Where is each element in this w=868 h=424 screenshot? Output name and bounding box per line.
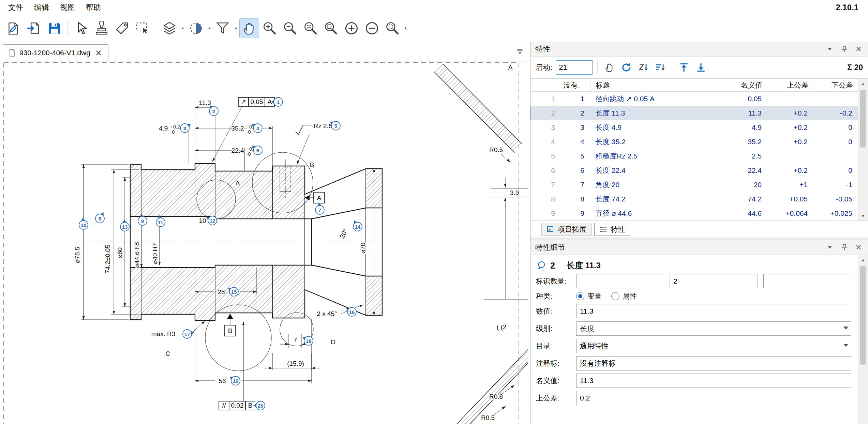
pin-icon[interactable] [840, 45, 849, 54]
svg-text:15: 15 [231, 289, 237, 295]
sort-order-icon[interactable] [654, 61, 667, 74]
characteristic-row[interactable]: 11径向跳动 ↗ 0.05 A0.05 [530, 92, 858, 106]
tag-icon[interactable] [112, 18, 132, 38]
scrollbar-thumb[interactable] [860, 90, 866, 148]
overflow-chevron-icon[interactable] [403, 18, 408, 38]
row-nominal: 20 [717, 181, 768, 189]
radio-variable[interactable]: 变量 [576, 291, 602, 301]
scroll-up-icon[interactable]: ▲ [858, 255, 868, 264]
value-input[interactable] [576, 304, 851, 318]
characteristic-row[interactable]: 33长度 4.94.9+0.20 [530, 120, 858, 135]
row-lower-tol: -0.05 [814, 195, 858, 203]
balloon-10[interactable]: 10 [79, 218, 88, 229]
tab-characteristics[interactable]: 特性 [594, 223, 630, 236]
header-no[interactable]: 没有。 [560, 79, 590, 91]
hand-tool-icon[interactable] [602, 61, 616, 74]
balloon-16[interactable]: 16 [346, 307, 356, 316]
start-number-input[interactable] [556, 60, 593, 75]
balloon-12[interactable]: 12 [206, 216, 217, 225]
characteristic-row[interactable]: 99直径 ⌀ 44.644.6+0.064+0.025 [530, 206, 858, 221]
document-tab[interactable]: 930-1200-406-V1.dwg [3, 44, 108, 61]
close-icon[interactable] [854, 243, 863, 252]
balloon-13[interactable]: 13 [120, 219, 129, 231]
balloon-2[interactable]: 2 [209, 105, 218, 116]
upper-tol-input[interactable] [576, 391, 851, 405]
filter-icon[interactable] [213, 18, 233, 38]
close-icon[interactable] [854, 45, 863, 54]
marquee-select-icon[interactable] [133, 18, 152, 38]
balloon-8[interactable]: 8 [95, 212, 104, 223]
characteristic-row[interactable]: 55粗糙度Rz 2.52.5 [530, 149, 858, 163]
tab-project-extension[interactable]: 项目拓展 [541, 223, 592, 236]
decrease-icon[interactable] [362, 18, 382, 38]
sort-z-icon[interactable] [637, 61, 650, 74]
header-nominal[interactable]: 名义值 [717, 79, 768, 91]
move-top-icon[interactable] [677, 61, 691, 74]
radio-button[interactable] [576, 292, 584, 300]
class-select[interactable]: 长度 [576, 321, 851, 336]
characteristic-row[interactable]: 44长度 35.235.2+0.20 [530, 135, 858, 149]
display-mode-dropdown-icon[interactable] [207, 18, 212, 38]
display-mode-icon[interactable] [186, 18, 206, 38]
dimension-label: 56 [219, 377, 226, 384]
id-count-input-2[interactable] [670, 274, 758, 288]
panel-menu-caret-icon[interactable] [825, 45, 834, 54]
filter-dropdown-icon[interactable] [233, 18, 239, 38]
pan-hand-icon[interactable] [239, 18, 259, 38]
balloon-6[interactable]: 6 [252, 146, 262, 155]
menu-file[interactable]: 文件 [3, 1, 29, 14]
note-input[interactable] [576, 356, 851, 370]
catalog-select[interactable]: 通用特性 [576, 339, 851, 353]
balloon-7[interactable]: 7 [315, 203, 324, 214]
panel-menu-caret-icon[interactable] [825, 243, 834, 252]
increase-icon[interactable] [342, 18, 361, 38]
window-list-icon[interactable] [515, 46, 525, 56]
stamp-icon[interactable] [92, 18, 111, 38]
balloon-19[interactable]: 19 [230, 376, 240, 385]
zoom-in-icon[interactable] [260, 18, 280, 38]
balloon-17[interactable]: 17 [183, 330, 194, 338]
scrollbar-thumb[interactable] [860, 266, 866, 365]
balloon-14[interactable]: 14 [353, 221, 362, 231]
tab-close-icon[interactable] [94, 48, 103, 58]
nominal-input[interactable] [576, 374, 851, 388]
radio-attribute[interactable]: 属性 [611, 291, 637, 301]
zoom-out-icon[interactable] [280, 18, 300, 38]
id-count-input-3[interactable] [763, 274, 851, 288]
save-icon[interactable] [44, 18, 64, 38]
move-bottom-icon[interactable] [694, 61, 708, 74]
menu-edit[interactable]: 编辑 [29, 1, 55, 14]
layers-icon[interactable] [160, 18, 179, 38]
new-annotation-icon[interactable] [3, 18, 23, 38]
zoom-window-icon[interactable] [383, 18, 402, 38]
characteristic-row[interactable]: 88长度 74.274.2+0.05-0.05 [530, 192, 858, 206]
balloon-11[interactable]: 11 [156, 215, 165, 227]
balloon-4[interactable]: 4 [252, 124, 262, 133]
header-title[interactable]: 标题 [590, 79, 717, 91]
menu-view[interactable]: 视图 [55, 1, 80, 14]
characteristic-row[interactable]: 22长度 11.311.3+0.2-0.2 [530, 106, 858, 120]
header-upper-tol[interactable]: 上公差 [768, 79, 814, 91]
details-scrollbar[interactable]: ▲ [858, 255, 868, 424]
scroll-down-icon[interactable]: ▼ [858, 211, 868, 221]
drawing-canvas[interactable]: 11.34.9+0.2-035.2+0.2-0Rz 2.522.4+0.2-01… [3, 61, 528, 424]
scroll-up-icon[interactable]: ▲ [858, 79, 868, 88]
select-cursor-icon[interactable] [71, 18, 91, 38]
characteristic-row[interactable]: 77角度 2020+1-1 [530, 178, 858, 192]
header-lower-tol[interactable]: 下公差 [814, 79, 858, 91]
refresh-icon[interactable] [619, 61, 633, 74]
table-scrollbar[interactable]: ▲ ▼ [858, 79, 868, 221]
dimension-label: B [310, 161, 314, 168]
pin-icon[interactable] [840, 243, 849, 252]
open-document-icon[interactable] [24, 18, 44, 38]
id-count-input-1[interactable] [576, 274, 664, 288]
radio-button[interactable] [611, 292, 619, 300]
sheet-border [4, 63, 519, 424]
zoom-page-icon[interactable] [321, 18, 341, 38]
menu-help[interactable]: 帮助 [80, 1, 106, 14]
layers-dropdown-icon[interactable] [180, 18, 185, 38]
dimension-label: 2 x 45° [317, 310, 337, 317]
balloon-3[interactable]: 3 [180, 124, 191, 133]
zoom-extents-icon[interactable] [301, 18, 320, 38]
characteristic-row[interactable]: 66长度 22.422.4+0.20 [530, 163, 858, 178]
